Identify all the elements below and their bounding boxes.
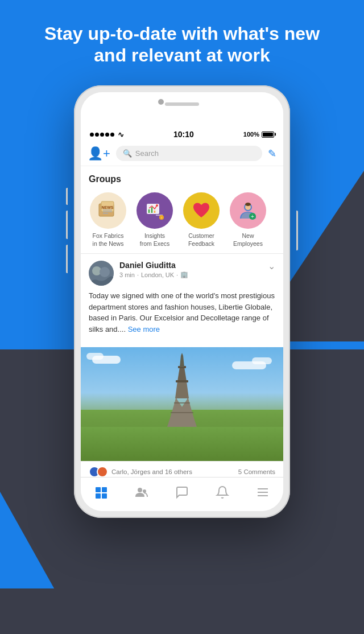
groups-section: Groups NEWS: [81, 166, 283, 253]
svg-rect-16: [245, 203, 251, 206]
battery-percent: 100%: [243, 131, 259, 138]
reaction-avatars: [89, 466, 108, 477]
tab-messages[interactable]: [175, 485, 189, 499]
svg-point-10: [156, 204, 158, 207]
group-circle-feedback: [183, 192, 220, 229]
reaction-avatar: [97, 466, 108, 477]
svg-rect-31: [102, 487, 107, 492]
group-circle-news: NEWS: [90, 192, 126, 229]
app-store-bar: [0, 588, 364, 634]
groups-label: Groups: [89, 174, 275, 184]
post-author-name: Daniel Giuditta: [119, 261, 188, 270]
tab-menu[interactable]: [256, 485, 270, 499]
group-name-employees: NewEmployees: [233, 232, 263, 248]
svg-point-25: [100, 267, 110, 277]
post-source-icon: 🏢: [180, 271, 188, 278]
avatar: [89, 261, 114, 286]
search-placeholder: Search: [135, 149, 159, 158]
group-item-employees[interactable]: + NewEmployees: [229, 192, 267, 248]
svg-text:NEWS: NEWS: [102, 205, 114, 209]
signal-dot: [90, 133, 94, 137]
signal-dot: [100, 133, 104, 137]
status-time: 10:10: [173, 130, 194, 139]
status-bar: ∿ 10:10 100%: [81, 126, 283, 141]
wifi-icon: ∿: [118, 130, 124, 139]
group-circle-insights: !: [136, 192, 173, 229]
see-more-link[interactable]: See more: [128, 325, 160, 334]
post-card: Daniel Giuditta 3 min · London, UK · 🏢: [81, 254, 283, 347]
svg-point-34: [138, 488, 142, 492]
add-person-icon[interactable]: 👤+: [88, 146, 110, 161]
battery-fill: [263, 133, 273, 137]
header-title: Stay up-to-date with what's new and rele…: [34, 23, 330, 67]
search-icon: 🔍: [123, 149, 132, 158]
reaction-text: Carlo, Jörges and 16 others: [111, 468, 192, 475]
post-text: Today we signed with one of the world's …: [89, 290, 275, 335]
tab-notifications[interactable]: [216, 485, 229, 499]
chevron-down-icon[interactable]: ⌄: [268, 261, 275, 271]
phone-notch: [81, 92, 283, 126]
group-item-feedback[interactable]: CustomerFeedback: [182, 192, 221, 248]
signal-area: ∿: [90, 130, 124, 139]
tab-feed[interactable]: [94, 485, 108, 499]
group-name-news: Fox Fabricsin the News: [93, 232, 124, 248]
eiffel-tower: [165, 353, 199, 427]
svg-rect-33: [102, 493, 107, 499]
signal-dot: [105, 133, 109, 137]
tab-bar: [81, 477, 283, 511]
svg-rect-32: [96, 493, 101, 499]
post-meta: Daniel Giuditta 3 min · London, UK · 🏢: [119, 261, 188, 278]
post-image: [81, 347, 283, 461]
phone-camera: [158, 99, 164, 105]
header-section: Stay up-to-date with what's new and rele…: [0, 23, 364, 67]
post-time-location: 3 min · London, UK · 🏢: [119, 271, 188, 278]
battery-area: 100%: [243, 131, 274, 138]
phone-content: Groups NEWS: [81, 166, 283, 511]
app-top-bar: 👤+ 🔍 Search ✎: [81, 141, 283, 166]
post-time: 3 min: [119, 271, 135, 278]
groups-list: NEWS Fox Fabricsin the News: [89, 192, 275, 248]
svg-rect-26: [176, 380, 188, 382]
svg-rect-30: [96, 487, 101, 492]
post-location: London, UK: [141, 271, 174, 278]
cloud: [86, 353, 104, 360]
comments-count: 5 Comments: [238, 468, 275, 475]
phone-mockup: ∿ 10:10 100% 👤+ 🔍 Search ✎: [74, 85, 290, 518]
signal-dot: [110, 133, 114, 137]
tab-groups[interactable]: [135, 485, 148, 499]
reactions: Carlo, Jörges and 16 others: [89, 466, 192, 477]
post-header: Daniel Giuditta 3 min · London, UK · 🏢: [89, 261, 275, 286]
phone-speaker: [165, 102, 199, 106]
compose-icon[interactable]: ✎: [268, 147, 276, 160]
signal-dot: [95, 133, 99, 137]
cloud: [252, 357, 272, 364]
group-circle-employees: +: [230, 192, 266, 229]
group-item-news[interactable]: NEWS Fox Fabricsin the News: [89, 192, 127, 248]
post-author-row: Daniel Giuditta 3 min · London, UK · 🏢: [89, 261, 188, 286]
group-name-feedback: CustomerFeedback: [188, 232, 214, 248]
search-bar[interactable]: 🔍 Search: [116, 146, 262, 161]
svg-text:+: +: [251, 213, 254, 220]
group-item-insights[interactable]: ! Insightsfrom Execs: [135, 192, 174, 248]
group-name-insights: Insightsfrom Execs: [140, 232, 170, 248]
battery-icon: [262, 131, 274, 138]
